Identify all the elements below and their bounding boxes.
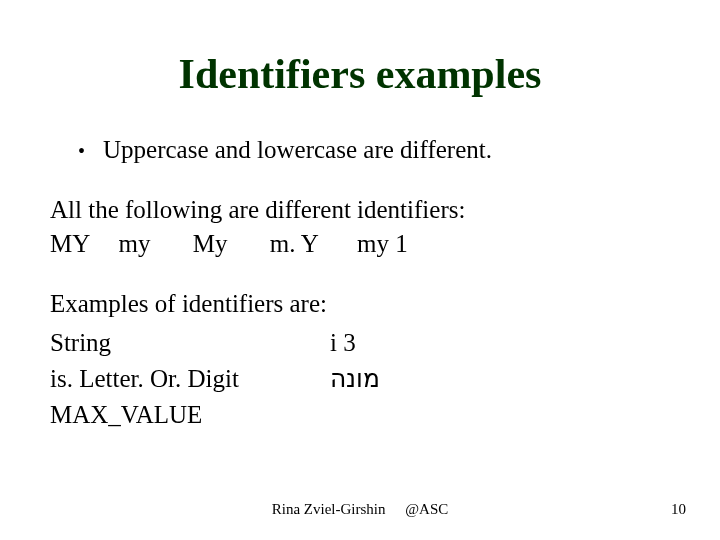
footer-center: Rina Zviel-Girshin @ASC	[264, 501, 456, 518]
page-number: 10	[671, 501, 686, 518]
identifier-3: My	[193, 230, 228, 258]
identifier-4: m. Y	[270, 230, 319, 258]
bullet-item: • Uppercase and lowercase are different.	[50, 136, 670, 164]
identifier-1: MY	[50, 230, 90, 258]
example-right-2: מונה	[330, 361, 380, 397]
examples-block: Examples of identifiers are: String i 3 …	[50, 286, 670, 433]
identifiers-list: MY my My m. Y my 1	[50, 230, 670, 258]
bullet-text: Uppercase and lowercase are different.	[103, 136, 492, 164]
example-right-1: i 3	[330, 325, 356, 361]
example-left-1: String	[50, 325, 330, 361]
footer-author: Rina Zviel-Girshin	[272, 501, 386, 517]
identifier-2: my	[119, 230, 151, 258]
examples-heading: Examples of identifiers are:	[50, 286, 670, 322]
bullet-icon: •	[78, 139, 85, 164]
slide-title: Identifiers examples	[50, 50, 670, 98]
identifier-5: my 1	[357, 230, 408, 258]
slide: Identifiers examples • Uppercase and low…	[0, 0, 720, 540]
example-left-2: is. Letter. Or. Digit	[50, 361, 330, 397]
identifiers-intro: All the following are different identifi…	[50, 192, 670, 228]
example-left-3: MAX_VALUE	[50, 397, 330, 433]
footer-org: @ASC	[405, 501, 448, 517]
